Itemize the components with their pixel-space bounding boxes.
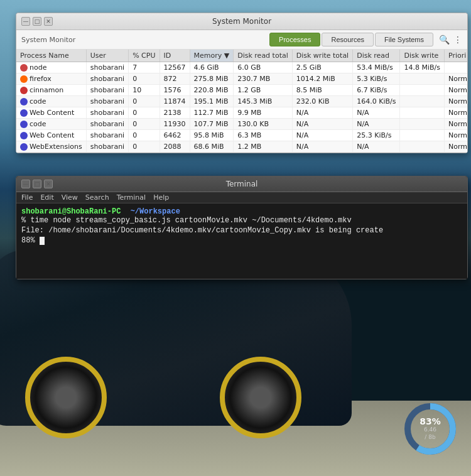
prompt-user-host: shobarani@ShobaRani-PC [21,207,121,216]
cell-memory: 4.6 GiB [190,62,234,73]
donut-inner: 83% 6.46 / 8b [420,416,441,441]
prompt-path: ~/Workspace [131,207,180,216]
search-icon[interactable]: 🔍 [439,35,450,45]
col-cpu[interactable]: % CPU [129,50,160,62]
cell-memory: 68.6 MiB [190,141,234,153]
table-row[interactable]: cinnamon shobarani 10 1576 220.8 MiB 1.2… [16,85,467,96]
cell-disk-write [400,107,445,119]
terminal-cursor [40,237,45,245]
cell-disk-write-total: 1014.2 MiB [292,73,352,85]
col-disk-read-total[interactable]: Disk read total [234,50,293,62]
table-header: Process Name User % CPU ID Memory ▼ Disk… [16,50,467,62]
terminal-menu-edit[interactable]: Edit [40,193,53,202]
cell-memory: 95.8 MiB [190,130,234,141]
cell-cpu: 7 [129,62,160,73]
cell-disk-read-total: 145.3 MiB [234,96,293,107]
cell-memory: 195.1 MiB [190,96,234,107]
col-process-name[interactable]: Process Name [16,50,86,62]
cell-id: 6462 [160,130,190,141]
maximize-button[interactable]: □ [33,17,41,26]
cell-disk-write-total: 232.0 KiB [292,96,352,107]
cell-disk-read: N/A [353,119,400,130]
cell-user: shobarani [86,85,128,96]
cell-disk-read-total: 230.7 MB [234,73,293,85]
cell-user: shobarani [86,141,128,153]
table-row[interactable]: code shobarani 0 11930 107.7 MiB 130.0 K… [16,119,467,130]
cell-disk-read: 25.3 KiB/s [353,130,400,141]
terminal-title: Terminal [53,180,431,188]
col-memory[interactable]: Memory ▼ [190,50,234,62]
car-wheel-left [25,357,107,438]
cell-disk-read-total: 9.9 MB [234,107,293,119]
terminal-progress: 88% [21,236,35,245]
terminal-menu-view[interactable]: View [62,193,78,202]
cell-id: 11930 [160,119,190,130]
cell-id: 1576 [160,85,190,96]
cell-disk-write-total: 8.5 MiB [292,85,352,96]
cell-disk-read-total: 6.0 GB [234,62,293,73]
process-table-container: Process Name User % CPU ID Memory ▼ Disk… [16,50,467,153]
cell-disk-read: 53.4 MiB/s [353,62,400,73]
cell-user: shobarani [86,119,128,130]
cell-cpu: 0 [129,141,160,153]
close-button[interactable]: ✕ [44,17,53,26]
cell-memory: 112.7 MiB [190,107,234,119]
terminal-menu-search[interactable]: Search [85,193,109,202]
terminal-menu-file[interactable]: File [21,193,33,202]
col-disk-read[interactable]: Disk read [353,50,400,62]
cell-priority [444,62,467,73]
cell-id: 872 [160,73,190,85]
table-row[interactable]: firefox shobarani 0 872 275.8 MiB 230.7 … [16,73,467,85]
terminal-minimize-button[interactable]: — [21,180,30,188]
cell-id: 2088 [160,141,190,153]
donut-line1: 6.46 [420,426,441,434]
cell-disk-write-total: 2.5 GiB [292,62,352,73]
terminal-maximize-button[interactable]: □ [33,180,41,188]
table-row[interactable]: Web Content shobarani 0 2138 112.7 MiB 9… [16,107,467,119]
cell-disk-write [400,130,445,141]
minimize-button[interactable]: — [21,17,30,26]
cell-disk-write-total: N/A [292,119,352,130]
donut-line2: / 8b [420,434,441,441]
terminal-output-line1: File: /home/shobarani/Documents/4kdemo.m… [21,226,462,235]
cell-name: WebExtensions [16,141,86,153]
terminal-menu-terminal[interactable]: Terminal [117,193,146,202]
col-disk-write[interactable]: Disk write [400,50,445,62]
process-list: node shobarani 7 12567 4.6 GiB 6.0 GB 2.… [16,62,467,153]
menu-icon[interactable]: ⋮ [453,35,462,45]
cell-disk-read-total: 1.2 GB [234,85,293,96]
col-priority[interactable]: Priori [444,50,467,62]
cell-disk-read: N/A [353,141,400,153]
cell-disk-read-total: 6.3 MB [234,130,293,141]
cell-name: firefox [16,73,86,85]
table-row[interactable]: node shobarani 7 12567 4.6 GiB 6.0 GB 2.… [16,62,467,73]
tab-processes[interactable]: Processes [269,33,320,46]
cell-memory: 220.8 MiB [190,85,234,96]
terminal-window: — □ ✕ Terminal File Edit View Search Ter… [16,176,468,279]
terminal-close-button[interactable]: ✕ [44,180,53,188]
terminal-titlebar: — □ ✕ Terminal [16,176,467,192]
terminal-menu-help[interactable]: Help [153,193,169,202]
tab-resources[interactable]: Resources [322,33,374,46]
tab-file-systems[interactable]: File Systems [375,33,433,46]
cell-priority: Norma [444,119,467,130]
terminal-progress-line: 88% [21,236,462,245]
cell-priority: Norma [444,141,467,153]
cell-user: shobarani [86,107,128,119]
process-table: Process Name User % CPU ID Memory ▼ Disk… [16,50,467,153]
table-row[interactable]: Web Content shobarani 0 6462 95.8 MiB 6.… [16,130,467,141]
col-id[interactable]: ID [160,50,190,62]
cell-name: Web Content [16,130,86,141]
cell-name: cinnamon [16,85,86,96]
col-user[interactable]: User [86,50,128,62]
cell-user: shobarani [86,73,128,85]
table-row[interactable]: WebExtensions shobarani 0 2088 68.6 MiB … [16,141,467,153]
cell-priority: Norma [444,107,467,119]
terminal-body[interactable]: shobarani@ShobaRani-PC ~/Workspace % tim… [16,203,467,279]
terminal-prompt: shobarani@ShobaRani-PC ~/Workspace [21,207,462,216]
cell-cpu: 0 [129,73,160,85]
cell-disk-read: N/A [353,107,400,119]
table-row[interactable]: code shobarani 0 11874 195.1 MiB 145.3 M… [16,96,467,107]
cell-priority: Norma [444,130,467,141]
col-disk-write-total[interactable]: Disk write total [292,50,352,62]
